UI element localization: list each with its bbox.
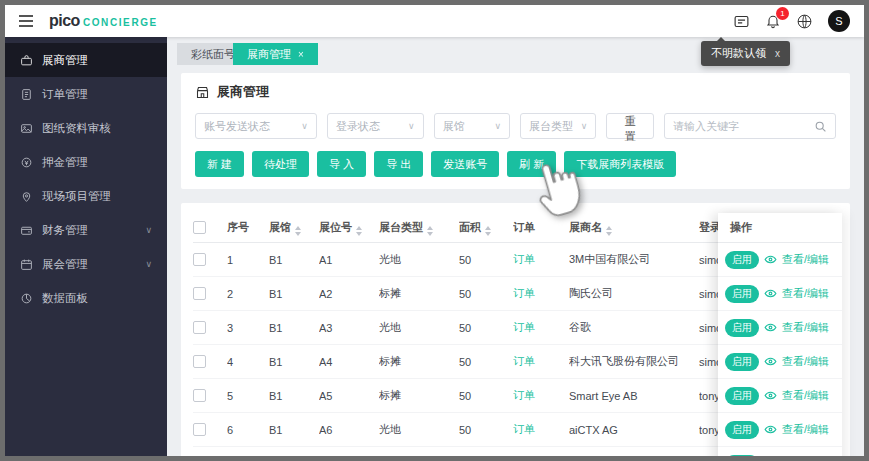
cell-area: 50 [459, 322, 513, 334]
cell-exhibitor-name: Smart Eye AB [569, 390, 699, 402]
ops-row: 启用 查看/编辑 [718, 243, 842, 277]
view-edit-link[interactable]: 查看/编辑 [782, 388, 829, 403]
sidebar-item-deposit-mgmt[interactable]: 押金管理 [5, 145, 167, 179]
filter-hall[interactable]: 展馆∨ [434, 113, 510, 139]
language-globe-icon[interactable] [796, 13, 813, 30]
ops-body: 启用 查看/编辑 启用 查看/编辑 启用 查看/编辑 启用 查看/编辑 启用 查… [718, 243, 842, 456]
sidebar-item-label: 展商管理 [42, 53, 88, 68]
enable-pill[interactable]: 启用 [725, 319, 759, 337]
sidebar-item-onsite-project-mgmt[interactable]: 现场项目管理 [5, 179, 167, 213]
filter-account-send-status[interactable]: 账号发送状态∨ [195, 113, 317, 139]
menu-icon[interactable] [19, 15, 33, 27]
notifications-bell-icon[interactable]: 1 [765, 13, 781, 29]
enable-pill[interactable]: 启用 [725, 421, 759, 439]
briefcase-icon [20, 54, 33, 67]
view-edit-link[interactable]: 查看/编辑 [782, 422, 829, 437]
cell-seq: 3 [227, 322, 269, 334]
filter-booth-type[interactable]: 展台类型∨ [520, 113, 596, 139]
panel-title-text: 展商管理 [217, 83, 269, 101]
sidebar-item-expo-mgmt[interactable]: 展会管理 ∨ [5, 247, 167, 281]
row-checkbox[interactable] [193, 389, 206, 402]
select-all-checkbox[interactable] [193, 221, 206, 234]
pending-button[interactable]: 待处理 [252, 151, 309, 177]
import-button[interactable]: 导 入 [317, 151, 366, 177]
notification-tooltip[interactable]: 不明款认领 x [701, 41, 790, 66]
chevron-down-icon: ∨ [145, 225, 152, 235]
header-hall[interactable]: 展馆 [269, 220, 319, 236]
order-link[interactable]: 订单 [513, 252, 569, 267]
filter-row: 账号发送状态∨ 登录状态∨ 展馆∨ 展台类型∨ 重 置 [195, 113, 836, 139]
sidebar-item-exhibitor-mgmt[interactable]: 展商管理 [5, 43, 167, 77]
cell-hall: B1 [269, 288, 319, 300]
cell-hall: B1 [269, 322, 319, 334]
order-link[interactable]: 订单 [513, 422, 569, 437]
sidebar-item-finance-mgmt[interactable]: 财务管理 ∨ [5, 213, 167, 247]
sort-icon[interactable] [485, 226, 491, 236]
enable-pill[interactable]: 启用 [725, 251, 759, 269]
new-button[interactable]: 新 建 [195, 151, 244, 177]
view-edit-link[interactable]: 查看/编辑 [782, 286, 829, 301]
map-pin-icon [20, 190, 33, 203]
tooltip-label: 不明款认领 [711, 46, 766, 61]
row-checkbox[interactable] [193, 253, 206, 266]
eye-icon [764, 253, 777, 266]
sidebar-item-blueprint-review[interactable]: 图纸资料审核 [5, 111, 167, 145]
sort-icon[interactable] [427, 226, 433, 236]
cell-exhibitor-name: aiCTX AG [569, 424, 699, 436]
eye-icon [764, 287, 777, 300]
filter-login-status[interactable]: 登录状态∨ [327, 113, 424, 139]
ops-row: 启用 查看/编辑 [718, 413, 842, 447]
sidebar-item-label: 图纸资料审核 [42, 121, 111, 136]
sort-icon[interactable] [356, 226, 362, 236]
tab-close-icon[interactable]: × [298, 49, 304, 60]
export-button[interactable]: 导 出 [374, 151, 423, 177]
wallet-icon [20, 224, 33, 237]
search-input[interactable] [673, 120, 814, 132]
brand-suffix: CONCIERGE [83, 17, 158, 28]
row-checkbox[interactable] [193, 423, 206, 436]
reset-button[interactable]: 重 置 [606, 113, 654, 139]
cell-seq: 2 [227, 288, 269, 300]
view-edit-link[interactable]: 查看/编辑 [782, 252, 829, 267]
ops-column: 操作 启用 查看/编辑 启用 查看/编辑 启用 查看/编辑 启用 查看/编辑 启… [718, 213, 842, 456]
view-edit-link[interactable]: 查看/编辑 [782, 354, 829, 369]
cell-booth: A6 [319, 424, 379, 436]
order-link[interactable]: 订单 [513, 286, 569, 301]
tab-exhibitor-mgmt[interactable]: 展商管理 × [233, 43, 318, 65]
view-edit-link[interactable]: 查看/编辑 [782, 320, 829, 335]
claims-icon[interactable] [733, 13, 750, 30]
tab-label: 彩纸面号 [191, 47, 235, 62]
row-checkbox[interactable] [193, 355, 206, 368]
order-link[interactable]: 订单 [513, 354, 569, 369]
tooltip-close[interactable]: x [775, 48, 780, 59]
sort-icon[interactable] [295, 226, 301, 236]
order-link[interactable]: 订单 [513, 320, 569, 335]
row-checkbox[interactable] [193, 321, 206, 334]
sort-icon[interactable] [606, 226, 612, 236]
download-template-button[interactable]: 下载展商列表模版 [564, 151, 676, 177]
chevron-down-icon: ∨ [145, 259, 152, 269]
send-account-button[interactable]: 发送账号 [431, 151, 499, 177]
order-link[interactable]: 订单 [513, 388, 569, 403]
cell-seq: 4 [227, 356, 269, 368]
header-booth[interactable]: 展位号 [319, 220, 379, 236]
enable-pill[interactable]: 启用 [725, 353, 759, 371]
cell-area: 50 [459, 288, 513, 300]
storefront-icon [195, 85, 210, 100]
cell-exhibitor-name: 3M中国有限公司 [569, 252, 699, 267]
header-area[interactable]: 面积 [459, 220, 513, 236]
app-window: pico CONCIERGE 1 S 不明款认领 x 展商管理 订 [0, 0, 869, 461]
enable-pill[interactable]: 启用 [725, 387, 759, 405]
sidebar-item-data-dashboard[interactable]: 数据面板 [5, 281, 167, 315]
enable-pill[interactable]: 启用 [725, 455, 759, 457]
enable-pill[interactable]: 启用 [725, 285, 759, 303]
header-type[interactable]: 展台类型 [379, 220, 459, 236]
row-checkbox[interactable] [193, 287, 206, 300]
header-name[interactable]: 展商名 [569, 220, 699, 236]
sidebar-item-order-mgmt[interactable]: 订单管理 [5, 77, 167, 111]
header-seq: 序号 [227, 220, 269, 235]
refresh-button[interactable]: 刷 新 [507, 151, 556, 177]
calendar-icon [20, 258, 33, 271]
deposit-coin-icon [20, 156, 33, 169]
avatar[interactable]: S [828, 10, 850, 32]
